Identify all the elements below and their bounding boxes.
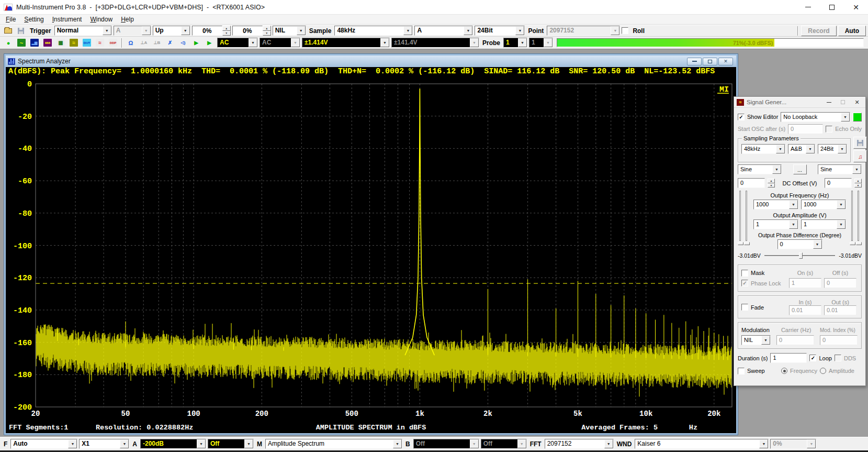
save-button[interactable]	[15, 26, 27, 36]
close-button[interactable]: ✕	[718, 58, 733, 65]
generator-channels-select[interactable]: A&B ▼	[788, 144, 815, 154]
sampling-bits-select[interactable]: 24Bit ▼	[475, 26, 525, 36]
menu-help[interactable]: Help	[117, 15, 138, 24]
speaker-button[interactable]: ◁)	[177, 38, 189, 48]
restore-button[interactable]	[703, 58, 717, 65]
amplitude-slider-a-group[interactable]	[738, 190, 751, 249]
chevron-down-icon[interactable]: ▼	[120, 439, 129, 448]
loop-checkbox[interactable]: Loop	[809, 355, 831, 361]
loopback-select[interactable]: No Loopback ▼	[781, 112, 850, 122]
signal-generator-titlebar[interactable]: ≈ Signal Gener... ✕	[734, 97, 865, 108]
slider-handle[interactable]	[799, 252, 803, 259]
waveform-b-select[interactable]: Sine ▼	[818, 164, 862, 174]
spectrum-analyzer-titlebar[interactable]: Spectrum Analyzer ✕	[6, 56, 736, 67]
chevron-down-icon[interactable]: ▼	[604, 439, 613, 448]
modulation-select[interactable]: NIL ▼	[741, 335, 771, 345]
dc-offset-b-stepper[interactable]: ▲▼	[854, 179, 862, 188]
slider-handle[interactable]	[744, 242, 750, 245]
chevron-down-icon[interactable]: ▼	[776, 145, 785, 153]
sweep-checkbox[interactable]: Sweep	[738, 368, 779, 374]
range-a-select[interactable]: ±1.414V ▼	[302, 38, 390, 48]
slider-handle[interactable]	[850, 242, 855, 245]
chevron-down-icon[interactable]: ▼	[68, 439, 77, 448]
close-button[interactable]: ✕	[844, 0, 868, 14]
chevron-down-icon[interactable]: ▼	[297, 26, 306, 35]
chevron-down-icon[interactable]: ▼	[103, 26, 111, 35]
phase-difference-select[interactable]: 0 ▼	[777, 239, 822, 249]
frequency-a-select[interactable]: 1000 ▼	[753, 200, 798, 210]
zoom-select[interactable]: X1 ▼	[79, 439, 129, 449]
spin-down-icon[interactable]: ▼	[854, 183, 862, 188]
open-button[interactable]	[2, 26, 14, 36]
mask-checkbox[interactable]: Mask	[741, 270, 786, 277]
data-logger-button[interactable]: ▦	[54, 38, 67, 48]
trigger-edge-select[interactable]: Up ▼	[153, 26, 190, 36]
slider-handle[interactable]	[738, 242, 743, 245]
frequency-axis-select[interactable]: Auto ▼	[10, 439, 77, 449]
device-under-test-button[interactable]: DUT	[81, 38, 93, 48]
hpf-select[interactable]: NIL ▼	[273, 26, 306, 36]
calibration-button[interactable]: Ω	[125, 38, 137, 48]
close-button[interactable]: ✕	[851, 98, 863, 106]
chevron-down-icon[interactable]: ▼	[244, 439, 253, 448]
spin-down-icon[interactable]: ▼	[222, 31, 231, 36]
spin-up-icon[interactable]: ▲	[768, 179, 775, 183]
dc-offset-a-input[interactable]: 0	[738, 178, 765, 188]
waveform-a-select[interactable]: Sine ▼	[738, 164, 782, 174]
display-mode-select[interactable]: Amplitude Spectrum ▼	[265, 439, 402, 449]
chevron-down-icon[interactable]: ▼	[838, 145, 847, 153]
dc-offset-a-stepper[interactable]: ▲▼	[768, 179, 775, 188]
show-editor-checkbox[interactable]: Show Editor	[738, 114, 778, 120]
slider-track[interactable]	[746, 191, 747, 241]
chevron-down-icon[interactable]: ▼	[789, 200, 798, 209]
minimize-button[interactable]	[687, 58, 702, 65]
duration-input[interactable]: 1	[770, 353, 807, 363]
chevron-down-icon[interactable]: ▼	[393, 439, 402, 448]
spin-up-icon[interactable]: ▲	[263, 26, 271, 31]
chevron-down-icon[interactable]: ▼	[837, 200, 846, 209]
play-loop-button[interactable]: ▶	[203, 38, 216, 48]
chevron-down-icon[interactable]: ▼	[181, 26, 190, 35]
menu-instrument[interactable]: Instrument	[48, 15, 86, 24]
minimize-button[interactable]	[796, 0, 820, 14]
waveform-more-button[interactable]: ...	[793, 164, 807, 174]
spin-down-icon[interactable]: ▼	[768, 183, 775, 188]
maximize-button[interactable]	[820, 0, 844, 14]
dc-offset-b-input[interactable]: 0	[825, 178, 852, 188]
menu-setting[interactable]: Setting	[20, 15, 48, 24]
sampling-channels-select[interactable]: A ▼	[414, 26, 473, 36]
chevron-down-icon[interactable]: ▼	[464, 26, 472, 35]
spin-down-icon[interactable]: ▼	[263, 31, 271, 36]
ddp-viewer-button[interactable]: DDP	[107, 38, 119, 48]
balance-slider[interactable]	[764, 252, 835, 259]
amplitude-slider-b-group[interactable]	[849, 190, 862, 249]
menu-window[interactable]: Window	[86, 15, 117, 24]
signal-generator-button[interactable]: ≈	[67, 38, 80, 48]
generator-rate-select[interactable]: 48kHz ▼	[741, 144, 785, 154]
fade-checkbox[interactable]: Fade	[741, 304, 786, 311]
oscilloscope-button[interactable]: ~	[15, 38, 28, 48]
chevron-down-icon[interactable]: ▼	[806, 145, 815, 153]
chevron-down-icon[interactable]: ▼	[515, 26, 524, 35]
coupling-a-select[interactable]: AC ▼	[217, 38, 258, 48]
chevron-down-icon[interactable]: ▼	[813, 240, 822, 249]
trigger-level-stepper[interactable]: 0% ▲▼	[192, 26, 231, 36]
chevron-down-icon[interactable]: ▼	[518, 38, 527, 47]
fft-size-select[interactable]: 2097152 ▼	[545, 439, 614, 449]
music-library-button[interactable]: ♫	[853, 150, 867, 162]
chevron-down-icon[interactable]: ▼	[852, 165, 861, 174]
chevron-down-icon[interactable]: ▼	[249, 38, 257, 47]
slider-handle[interactable]	[856, 242, 862, 245]
chevron-down-icon[interactable]: ▼	[772, 165, 781, 174]
menu-file[interactable]: File	[2, 15, 20, 24]
a-setting-select[interactable]: Off ▼	[208, 439, 254, 449]
run-button[interactable]: ●	[2, 38, 15, 48]
chevron-down-icon[interactable]: ▼	[403, 26, 412, 35]
slider-track[interactable]	[851, 191, 853, 241]
chevron-down-icon[interactable]: ▼	[841, 113, 850, 122]
window-function-select[interactable]: Kaiser 6 ▼	[635, 439, 769, 449]
slider-track[interactable]	[858, 191, 859, 241]
trigger-delay-stepper[interactable]: 0% ▲▼	[232, 26, 271, 36]
generator-status-button[interactable]	[853, 113, 862, 122]
multimeter-button[interactable]: 888	[41, 38, 54, 48]
